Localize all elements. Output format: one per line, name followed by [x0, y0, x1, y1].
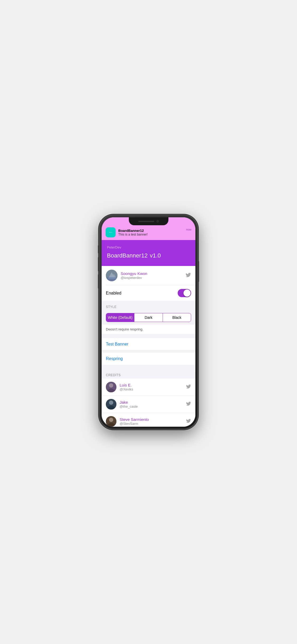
app-header: PeterDev BoardBanner12 v1.0 — [102, 240, 195, 266]
screen-content[interactable]: ··· BoardBanner12 This is a test banner!… — [102, 217, 195, 427]
luis-info: Luis E. @Xeviks — [120, 383, 183, 391]
toggle-row: Enabled — [102, 285, 195, 301]
style-option-white[interactable]: White (Default) — [106, 313, 134, 322]
phone-screen: ··· BoardBanner12 This is a test banner!… — [102, 217, 195, 427]
svg-point-11 — [109, 418, 113, 422]
app-title: BoardBanner12 v1.0 — [107, 250, 190, 259]
style-segmented-control[interactable]: White (Default) Dark Black — [106, 313, 191, 322]
respring-button[interactable]: Respring — [102, 353, 195, 365]
developer-name: PeterDev — [107, 245, 190, 249]
notch — [129, 217, 168, 225]
notification-body: This is a test banner! — [118, 233, 183, 236]
app-version: v1.0 — [150, 252, 161, 259]
jake-avatar — [106, 399, 116, 410]
jake-info: Jake @the_casle — [120, 400, 183, 408]
steve-handle: @StevSarm — [120, 422, 183, 426]
author-section: Soongyu Kwon @iospeterdev Enabled — [102, 266, 195, 301]
volume-up-button — [98, 257, 99, 272]
luis-name: Luis E. — [120, 383, 183, 387]
action-section: Test Banner Respring — [102, 336, 195, 365]
app-icon: ··· — [106, 227, 116, 237]
style-section-header: STYLE — [102, 301, 195, 310]
luis-handle: @Xeviks — [120, 387, 183, 391]
svg-point-5 — [109, 383, 113, 388]
author-row: Soongyu Kwon @iospeterdev — [102, 266, 195, 285]
author-handle: @iospeterdev — [121, 276, 182, 280]
steve-name: Steve Sarmiento — [120, 417, 183, 422]
credits-header: CREDITS — [102, 369, 195, 379]
style-option-black[interactable]: Black — [163, 313, 191, 322]
steve-twitter-icon[interactable] — [186, 418, 191, 425]
luis-twitter-icon[interactable] — [186, 384, 191, 390]
notification-time: now — [186, 227, 191, 231]
style-label: STYLE — [106, 305, 191, 309]
style-note: Deosn't require respring. — [102, 325, 195, 334]
credit-row-steve: Steve Sarmiento @StevSarm — [102, 413, 195, 427]
style-option-dark[interactable]: Dark — [134, 313, 162, 322]
jake-twitter-icon[interactable] — [186, 401, 191, 408]
steve-avatar — [106, 416, 116, 427]
test-banner-button[interactable]: Test Banner — [102, 338, 195, 351]
notification-title: BoardBanner12 — [118, 229, 183, 233]
credit-row-luis: Luis E. @Xeviks — [102, 379, 195, 396]
author-avatar — [106, 270, 117, 281]
phone-shell: ··· BoardBanner12 This is a test banner!… — [99, 215, 198, 429]
enabled-toggle[interactable] — [178, 289, 191, 297]
power-button — [198, 261, 199, 282]
spacer2 — [102, 351, 195, 353]
author-name: Soongyu Kwon — [121, 271, 182, 276]
svg-point-8 — [109, 401, 113, 405]
spacer — [102, 336, 195, 338]
avatar-image — [106, 270, 117, 281]
mute-button — [98, 245, 99, 254]
enabled-label: Enabled — [106, 291, 121, 296]
luis-avatar — [106, 382, 116, 392]
spacer3 — [102, 367, 195, 369]
credits-section: CREDITS Luis E. @X — [102, 367, 195, 427]
app-name: BoardBanner12 — [107, 252, 148, 259]
author-info: Soongyu Kwon @iospeterdev — [121, 271, 182, 280]
front-camera — [156, 220, 159, 223]
jake-handle: @the_casle — [120, 404, 183, 408]
svg-rect-3 — [106, 277, 117, 281]
volume-down-button — [98, 274, 99, 289]
phone-wrapper: ··· BoardBanner12 This is a test banner!… — [99, 215, 198, 429]
speaker — [138, 221, 154, 222]
twitter-icon[interactable] — [185, 272, 191, 279]
credits-label: CREDITS — [106, 373, 191, 377]
jake-name: Jake — [120, 400, 183, 404]
notification-text: BoardBanner12 This is a test banner! — [118, 229, 183, 236]
steve-info: Steve Sarmiento @StevSarm — [120, 417, 183, 426]
credit-row-jake: Jake @the_casle — [102, 396, 195, 413]
app-icon-char: ··· — [109, 230, 112, 235]
